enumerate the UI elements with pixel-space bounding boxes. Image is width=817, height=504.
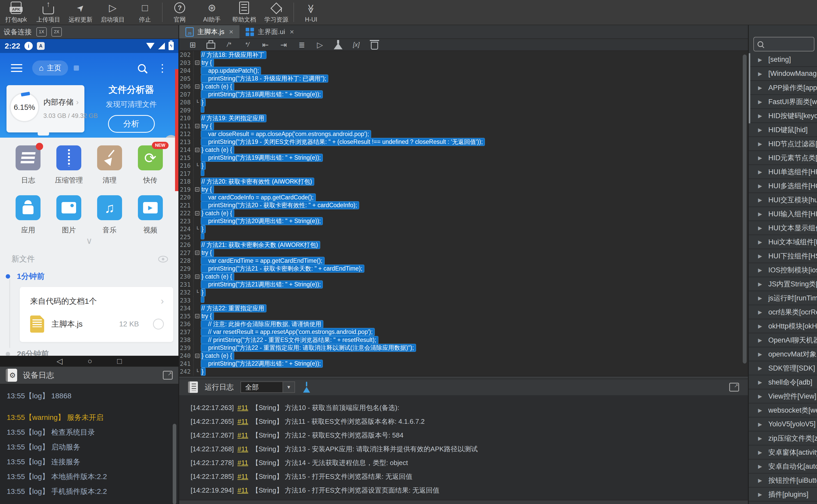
expand-arrow-icon[interactable]: ▶ (758, 169, 762, 175)
api-tree-item[interactable]: ▶ocr结果类[ocrResu (749, 305, 817, 319)
code-line[interactable]: 220 var cardCodeInfo = app.getCardCode()… (179, 193, 748, 201)
fold-collapse-icon[interactable]: − (195, 314, 199, 318)
popout-icon[interactable] (163, 371, 173, 380)
code-line[interactable]: 224└} (179, 225, 748, 233)
code-line[interactable]: 237 // var resetResult = app.resetApp('c… (179, 328, 748, 336)
fold-gutter[interactable] (193, 75, 201, 83)
code-line[interactable]: 239 printString("方法22 - 重置指定应用: 请取消注释以测试… (179, 344, 748, 352)
tab-main-ui[interactable]: 主界面.ui × (239, 25, 300, 38)
run-log-list[interactable]: [14:22:17.263]#11【String】 方法10 - 获取当前顶端应… (179, 395, 748, 500)
recents-icon[interactable]: □ (117, 357, 122, 365)
code-line[interactable]: 222−} catch (e) { (179, 209, 748, 217)
expand-arrow-icon[interactable]: ▶ (758, 491, 762, 498)
expand-arrow-icon[interactable]: ▶ (758, 57, 762, 63)
api-tree-scrollbar[interactable] (749, 53, 750, 123)
fold-gutter[interactable]: − (193, 122, 201, 130)
file-checkbox[interactable] (153, 319, 164, 330)
expand-arrow-icon[interactable]: ▶ (758, 267, 762, 273)
expand-arrow-icon[interactable]: ▶ (758, 225, 762, 231)
expand-arrow-icon[interactable]: ▶ (758, 155, 762, 161)
app-shortcut-images[interactable]: 图片 (49, 195, 89, 235)
home-circle-icon[interactable]: ○ (88, 357, 92, 365)
run-log-ref-link[interactable]: #11 (237, 473, 248, 481)
code-line[interactable]: 221 printString("方法20 - 获取卡密有效性: " + car… (179, 201, 748, 210)
code-line[interactable]: 240−} catch (e) { (179, 352, 748, 360)
clear-icon[interactable] (369, 39, 380, 50)
hui-logo-button[interactable]: ≫H-UI (295, 0, 327, 25)
file-row[interactable]: 主脚本.js 12 KB (30, 315, 164, 333)
api-tree-item[interactable]: ▶HUI下拉组件[HSele (749, 249, 817, 263)
start-project-button[interactable]: ▷启动项目 (97, 0, 129, 25)
run-icon[interactable]: ▷ (314, 39, 326, 50)
fold-gutter[interactable]: − (193, 83, 201, 91)
code-line[interactable]: 241 printString("方法22调用出错: " + String(e)… (179, 360, 748, 368)
expand-arrow-icon[interactable]: ▶ (758, 337, 762, 343)
api-tree-item[interactable]: ▶插件[plugins] (749, 488, 817, 502)
code-line[interactable]: 238 // printString("方法22 - 重置ES文件浏览器结果: … (179, 336, 748, 344)
expand-arrow-icon[interactable]: ▶ (758, 99, 762, 105)
api-tree-item[interactable]: ▶SDK管理[SDK] (749, 361, 817, 375)
expand-arrow-icon[interactable]: ▶ (758, 407, 762, 413)
code-line[interactable]: 232└} (179, 288, 748, 297)
fold-gutter[interactable] (193, 138, 201, 146)
expand-arrow-icon[interactable]: ▶ (758, 449, 762, 455)
chevron-down-icon[interactable]: ∨ (86, 236, 92, 246)
code-line[interactable]: 208└} (179, 98, 748, 106)
code-line[interactable]: 209 (179, 106, 748, 115)
more-menu-icon[interactable]: ⋮ (157, 63, 168, 73)
scale-1x-button[interactable]: 1X (36, 27, 47, 37)
fold-gutter[interactable] (193, 154, 201, 162)
fold-gutter[interactable]: − (193, 312, 201, 320)
fold-gutter[interactable]: − (193, 249, 201, 257)
code-line[interactable]: 219−try { (179, 186, 748, 194)
code-line[interactable]: 210// 方法19: 关闭指定应用 (179, 114, 748, 122)
tab-main-script[interactable]: JS 主脚本.js × (179, 25, 239, 38)
expand-arrow-icon[interactable]: ▶ (758, 71, 762, 77)
fold-gutter[interactable] (193, 304, 201, 312)
device-log-list[interactable]: 13:55【log】 1886813:55【warning】 服务未开启13:5… (0, 384, 178, 504)
fold-gutter[interactable]: └ (193, 368, 201, 376)
help-docs-button[interactable]: 帮助文档 (228, 0, 260, 25)
api-tree-item[interactable]: ▶[seting] (749, 53, 817, 67)
fold-collapse-icon[interactable]: − (195, 211, 199, 216)
new-icon[interactable]: ⊞ (187, 39, 198, 50)
fold-collapse-icon[interactable]: − (195, 274, 199, 279)
fold-gutter[interactable]: └ (193, 225, 201, 233)
run-log-ref-link[interactable]: #11 (237, 418, 248, 426)
fold-gutter[interactable] (193, 336, 201, 344)
storage-card[interactable]: 6.15% 内部存储› 3.03 GB / 49.32 GB (6, 85, 84, 132)
upload-project-button[interactable]: ↑上传项目 (32, 0, 64, 25)
fold-gutter[interactable] (193, 265, 201, 273)
fold-collapse-icon[interactable]: − (195, 187, 199, 192)
scale-2x-button[interactable]: 2X (51, 27, 62, 37)
popout-icon[interactable] (729, 383, 739, 392)
fold-gutter[interactable] (193, 297, 201, 305)
app-shortcut-zip-manager[interactable]: 压缩管理 (49, 145, 89, 185)
menu-icon[interactable] (11, 64, 22, 72)
eye-icon[interactable] (158, 256, 168, 263)
code-line[interactable]: 228 var cardEndTime = app.getCardEndTime… (179, 257, 748, 265)
variable-icon[interactable]: [x] (351, 39, 362, 50)
fold-gutter[interactable] (193, 281, 201, 289)
run-log-ref-link[interactable]: #11 (237, 486, 248, 494)
expand-arrow-icon[interactable]: ▶ (758, 211, 762, 217)
code-line[interactable]: 229 printString("方法21 - 获取卡密剩余天数: " + ca… (179, 265, 748, 273)
uncomment-icon[interactable]: */ (242, 39, 253, 50)
expand-arrow-icon[interactable]: ▶ (758, 183, 762, 189)
expand-arrow-icon[interactable]: ▶ (758, 323, 762, 329)
files-card[interactable]: 来自代码的文档1个 › 主脚本.js 12 KB (20, 287, 173, 342)
api-tree-item[interactable]: ▶HUI单选组件[HRad (749, 165, 817, 179)
expand-arrow-icon[interactable]: ▶ (758, 197, 762, 203)
code-line[interactable]: 214−} catch (e) { (179, 146, 748, 154)
editor-scrollbar[interactable] (743, 55, 747, 364)
fold-gutter[interactable] (193, 193, 201, 201)
api-tree-item[interactable]: ▶opencvMat对象[M (749, 347, 817, 361)
api-search-box[interactable] (753, 37, 814, 51)
expand-arrow-icon[interactable]: ▶ (758, 85, 762, 91)
api-search-input[interactable] (766, 40, 810, 48)
api-tree-item[interactable]: ▶View控件[View] (749, 389, 817, 404)
api-tree-item[interactable]: ▶安卓窗体[activity] (749, 446, 817, 460)
api-tree-item[interactable]: ▶IOS控制模块[ios] (749, 263, 817, 277)
app-shortcut-apps[interactable]: 应用 (8, 195, 49, 235)
expand-arrow-icon[interactable]: ▶ (758, 351, 762, 357)
